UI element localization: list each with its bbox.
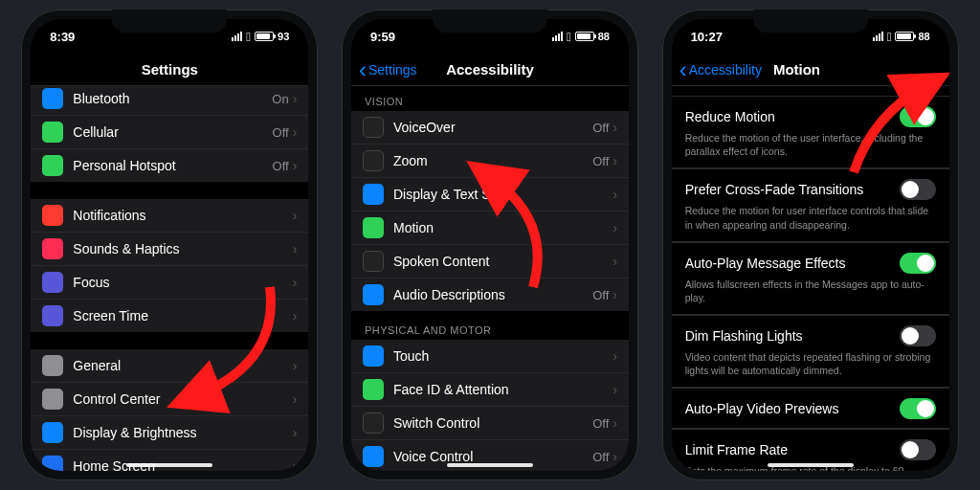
row-value: Off <box>592 450 609 464</box>
row-value: Off <box>592 121 609 135</box>
row-label: Sounds & Haptics <box>73 241 292 256</box>
chevron-right-icon: › <box>293 425 298 440</box>
row-description: Reduce the motion for user interface con… <box>672 204 949 241</box>
back-button[interactable]: Settings <box>359 62 417 78</box>
motion-row: Auto-Play Message Effects <box>672 242 949 278</box>
settings-row[interactable]: General › <box>31 349 308 382</box>
chevron-right-icon: › <box>612 220 617 235</box>
row-icon <box>42 205 63 226</box>
row-value: Off <box>592 154 609 168</box>
row-label: Screen Time <box>73 308 292 323</box>
settings-row[interactable]: Switch Control Off › <box>351 406 629 439</box>
page-title: Settings <box>142 61 198 78</box>
toggle-switch[interactable] <box>900 325 936 346</box>
settings-row[interactable]: Notifications › <box>31 199 308 232</box>
chevron-right-icon: › <box>293 275 298 290</box>
home-indicator[interactable] <box>768 463 854 467</box>
settings-row[interactable]: VoiceOver Off › <box>351 111 629 144</box>
toggle-switch[interactable] <box>900 179 936 200</box>
status-time: 9:59 <box>370 30 395 44</box>
phone-motion: 10:27 􀙇 88 Accessibility Motion Reduce M… <box>662 10 959 480</box>
row-value: On <box>272 92 288 106</box>
row-icon <box>42 456 63 471</box>
section-header: PHYSICAL AND MOTOR <box>351 311 629 340</box>
settings-row[interactable]: Display & Brightness › <box>31 415 308 449</box>
chevron-right-icon: › <box>293 124 298 140</box>
toggle-switch[interactable] <box>900 106 936 127</box>
settings-row[interactable]: Face ID & Attention › <box>351 372 629 406</box>
row-description: Reduce the motion of the user interface,… <box>672 131 949 168</box>
battery-pct: 93 <box>278 31 289 42</box>
settings-row[interactable]: Cellular Off › <box>31 115 308 148</box>
row-icon <box>363 184 384 205</box>
row-value: Off <box>273 125 289 140</box>
chevron-right-icon: › <box>293 208 298 223</box>
row-label: Audio Descriptions <box>393 287 592 302</box>
row-label: Face ID & Attention <box>393 382 612 397</box>
accessibility-list[interactable]: VISION VoiceOver Off › Zoom Off › Displa… <box>351 86 629 471</box>
row-icon <box>42 389 63 410</box>
toggle-switch[interactable] <box>900 439 936 460</box>
row-label: Voice Control <box>393 449 592 464</box>
row-label: Auto-Play Message Effects <box>685 256 846 271</box>
battery-icon <box>255 32 274 41</box>
settings-row[interactable]: Personal Hotspot Off › <box>31 148 308 182</box>
settings-row[interactable]: Audio Descriptions Off › <box>351 278 629 311</box>
motion-row: Auto-Play Video Previews <box>672 388 949 423</box>
settings-row[interactable]: Focus › <box>31 265 308 299</box>
chevron-right-icon: › <box>612 348 617 364</box>
row-label: Focus <box>73 275 292 290</box>
row-icon <box>42 355 63 376</box>
nav-bar: Accessibility Motion <box>672 54 949 86</box>
motion-row: Limit Frame Rate <box>672 429 949 464</box>
settings-row[interactable]: Touch › <box>351 340 629 372</box>
row-label: Switch Control <box>393 415 592 431</box>
phone-accessibility: 9:59 􀙇 88 Settings Accessibility VISION … <box>342 10 638 480</box>
settings-row[interactable]: Spoken Content › <box>351 244 629 278</box>
motion-row: Reduce Motion <box>672 96 949 131</box>
chevron-right-icon: › <box>612 254 617 269</box>
phone-settings: 8:39 􀙇 93 Settings Bluetooth On › Cellul… <box>21 10 318 480</box>
motion-row: Dim Flashing Lights <box>672 315 949 350</box>
settings-list[interactable]: Bluetooth On › Cellular Off › Personal H… <box>31 86 308 471</box>
home-indicator[interactable] <box>447 463 533 467</box>
row-value: Off <box>592 288 609 302</box>
nav-bar: Settings <box>31 54 308 86</box>
signal-icon <box>873 32 883 41</box>
row-icon <box>363 345 384 367</box>
row-label: Control Center <box>73 391 292 407</box>
toggle-switch[interactable] <box>900 398 936 419</box>
settings-row[interactable]: Motion › <box>351 211 629 244</box>
settings-row[interactable]: Screen Time › <box>31 299 308 332</box>
signal-icon <box>552 32 563 41</box>
status-time: 8:39 <box>50 30 75 44</box>
chevron-right-icon: › <box>293 91 298 106</box>
toggle-switch[interactable] <box>900 253 936 274</box>
row-description: Allows fullscreen effects in the Message… <box>672 278 949 315</box>
wifi-icon: 􀙇 <box>567 30 571 44</box>
motion-list[interactable]: Reduce Motion Reduce the motion of the u… <box>672 86 949 471</box>
battery-pct: 88 <box>918 31 929 42</box>
home-indicator[interactable] <box>126 463 212 467</box>
settings-row[interactable]: Control Center › <box>31 382 308 415</box>
row-icon <box>363 217 384 238</box>
settings-row[interactable]: Zoom Off › <box>351 144 629 177</box>
chevron-right-icon: › <box>293 308 298 323</box>
screen: 10:27 􀙇 88 Accessibility Motion Reduce M… <box>672 19 949 471</box>
page-title: Accessibility <box>446 61 534 78</box>
settings-row[interactable]: Bluetooth On › <box>31 86 308 115</box>
chevron-right-icon: › <box>293 158 298 173</box>
row-icon <box>363 150 384 171</box>
battery-icon <box>895 32 914 41</box>
signal-icon <box>232 32 242 41</box>
row-label: Auto-Play Video Previews <box>685 401 839 416</box>
row-value: Off <box>273 159 289 173</box>
settings-row[interactable]: Sounds & Haptics › <box>31 232 308 265</box>
row-icon <box>42 272 63 293</box>
notch <box>433 10 547 33</box>
chevron-right-icon: › <box>293 391 298 407</box>
back-button[interactable]: Accessibility <box>679 62 762 78</box>
settings-row[interactable]: Display & Text Size › <box>351 177 629 211</box>
settings-row[interactable]: Home Screen › <box>31 449 308 471</box>
row-icon <box>42 238 63 259</box>
